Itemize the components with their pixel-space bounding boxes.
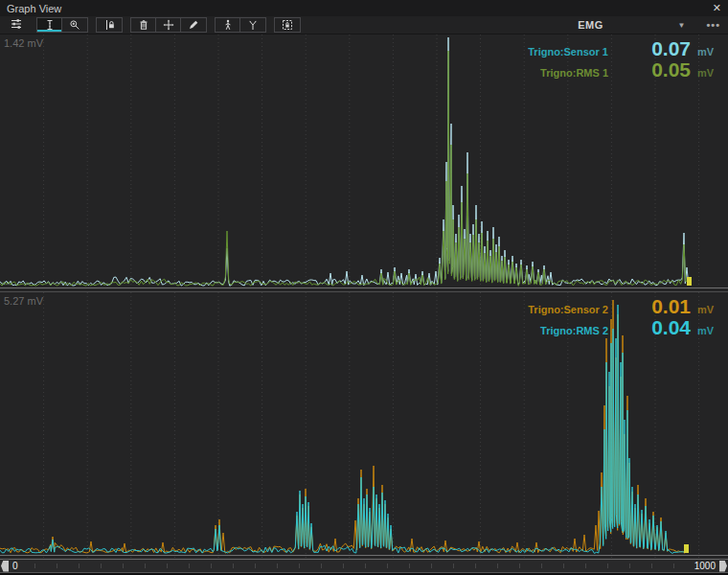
scrollbar-right-handle-icon[interactable] xyxy=(719,561,727,572)
plot2-legend: Trigno:Sensor 2 0.01 mV Trigno:RMS 2 0.0… xyxy=(465,296,718,338)
pencil-icon xyxy=(188,19,199,31)
toolbar-group-settings xyxy=(4,17,29,33)
scrollbar-start-label: 0 xyxy=(9,561,22,571)
select-tool-button[interactable] xyxy=(37,18,62,32)
magnifier-icon xyxy=(69,19,80,31)
plot-panel-top: 1.42 mV Trigno:Sensor 1 0.07 mV Trigno:R… xyxy=(0,34,728,292)
toolbar-group-frame xyxy=(274,17,301,33)
toolbar-group-edit xyxy=(130,17,207,33)
display-settings-button[interactable] xyxy=(4,17,29,31)
series-name: Trigno:Sensor 2 xyxy=(465,304,608,315)
series-unit: mV xyxy=(697,325,718,336)
more-options-icon[interactable]: ••• xyxy=(706,19,720,31)
window-title: Graph View xyxy=(7,3,61,14)
sliders-icon xyxy=(11,18,22,30)
close-icon[interactable]: ✕ xyxy=(713,3,721,13)
branch-up-button[interactable] xyxy=(216,18,240,32)
cursor-lock-button[interactable] xyxy=(97,18,122,32)
frame-lock-button[interactable] xyxy=(275,18,300,32)
toolbar-group-branch xyxy=(215,17,266,33)
series-value: 0.07 xyxy=(622,38,691,59)
ibeam-icon xyxy=(44,19,56,31)
legend-row: Trigno:RMS 2 0.04 mV xyxy=(465,317,718,338)
toolbar-group-select-zoom xyxy=(36,17,88,33)
series-unit: mV xyxy=(697,304,718,315)
plot1-yscale-label: 1.42 mV xyxy=(4,37,43,49)
toolbar: EMG ▼ ••• xyxy=(0,16,728,34)
series-unit: mV xyxy=(697,67,718,79)
frame-lock-icon xyxy=(282,19,293,31)
scrollbar-end-label: 1000 xyxy=(691,561,719,571)
scrollbar-left-handle-icon[interactable] xyxy=(1,561,9,572)
channel-selector[interactable]: EMG ▼ ••• xyxy=(519,19,720,31)
move-icon xyxy=(163,19,174,31)
plot-panel-bottom: 5.27 mV Trigno:Sensor 2 0.01 mV Trigno:R… xyxy=(0,292,728,559)
pan-button[interactable] xyxy=(156,18,181,32)
branch-up-icon xyxy=(222,19,234,31)
series-name: Trigno:RMS 1 xyxy=(465,67,608,79)
series-name: Trigno:Sensor 1 xyxy=(465,46,608,58)
series-name: Trigno:RMS 2 xyxy=(465,325,608,336)
annotate-button[interactable] xyxy=(181,18,206,32)
scrollbar-ticks xyxy=(13,564,684,568)
graph-view-window: Graph View ✕ xyxy=(0,0,728,575)
plot2-yscale-label: 5.27 mV xyxy=(4,295,43,307)
toolbar-group-lock xyxy=(96,17,123,33)
series-value: 0.04 xyxy=(622,317,691,338)
series-value: 0.01 xyxy=(622,296,691,317)
delete-button[interactable] xyxy=(131,18,156,32)
zoom-tool-button[interactable] xyxy=(62,18,87,32)
legend-row: Trigno:Sensor 1 0.07 mV xyxy=(465,38,718,59)
branch-down-icon xyxy=(247,19,259,31)
trash-icon xyxy=(138,19,149,31)
branch-down-button[interactable] xyxy=(240,18,265,32)
legend-row: Trigno:RMS 1 0.05 mV xyxy=(465,59,718,80)
title-bar: Graph View ✕ xyxy=(0,0,728,16)
chevron-down-icon[interactable]: ▼ xyxy=(678,21,686,30)
series-unit: mV xyxy=(697,46,718,58)
series-value: 0.05 xyxy=(622,59,691,80)
channel-label: EMG xyxy=(519,19,663,31)
time-range-scrollbar[interactable]: 0 1000 xyxy=(0,559,728,573)
legend-row: Trigno:Sensor 2 0.01 mV xyxy=(465,296,718,317)
plot1-legend: Trigno:Sensor 1 0.07 mV Trigno:RMS 1 0.0… xyxy=(465,38,718,80)
line-lock-icon xyxy=(103,19,115,31)
